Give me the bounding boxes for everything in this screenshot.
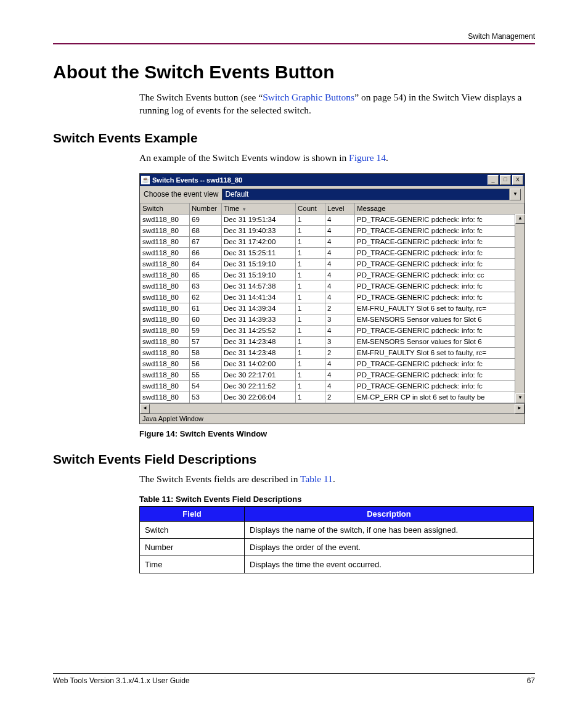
cell: 65	[190, 269, 222, 281]
cell: swd118_80	[141, 336, 190, 347]
table-row[interactable]: swd118_8063Dec 31 14:57:3814PD_TRACE-GEN…	[141, 281, 525, 292]
column-header-number[interactable]: Number	[190, 203, 222, 214]
cell: 59	[190, 325, 222, 336]
table-row[interactable]: swd118_8060Dec 31 14:39:3313EM-SENSORS S…	[141, 314, 525, 325]
column-header-time[interactable]: Time▼	[222, 203, 296, 214]
fdesc-description: Displays the name of the switch, if one …	[245, 521, 534, 538]
example-post: .	[386, 152, 388, 163]
cell: EM-SENSORS Sensor values for Slot 6	[355, 314, 525, 325]
cell: 2	[325, 303, 355, 314]
table-row[interactable]: swd118_8054Dec 30 22:11:5214PD_TRACE-GEN…	[141, 380, 525, 392]
cell: Dec 31 14:02:00	[222, 358, 296, 369]
table-row[interactable]: swd118_8061Dec 31 14:39:3412EM-FRU_FAULT…	[141, 303, 525, 314]
scroll-right-icon[interactable]: ►	[515, 404, 525, 414]
vertical-scrollbar[interactable]: ▲ ▼	[515, 214, 525, 403]
cell: 68	[190, 225, 222, 236]
cell: EM-CP_ERR CP in slot 6 set to faulty be	[355, 392, 525, 403]
horizontal-scrollbar[interactable]: ◄ ►	[140, 403, 525, 413]
cell: 1	[296, 303, 325, 314]
scroll-up-icon[interactable]: ▲	[515, 214, 525, 224]
fields-pre: The Switch Events fields are described i…	[139, 474, 300, 484]
column-header-level[interactable]: Level	[325, 203, 355, 214]
cell: 1	[296, 225, 325, 236]
page-footer: Web Tools Version 3.1.x/4.1.x User Guide…	[53, 673, 535, 685]
table-row[interactable]: swd118_8067Dec 31 17:42:0014PD_TRACE-GEN…	[141, 236, 525, 247]
cell: 53	[190, 392, 222, 403]
cell: 4	[325, 236, 355, 247]
cell: 57	[190, 336, 222, 347]
cell: 1	[296, 236, 325, 247]
cell: 4	[325, 247, 355, 258]
cell: 3	[325, 314, 355, 325]
cell: 4	[325, 258, 355, 269]
chooser-dropdown-icon[interactable]: ▼	[510, 189, 521, 200]
cell: 1	[296, 347, 325, 358]
cell: Dec 31 14:23:48	[222, 336, 296, 347]
table-row[interactable]: swd118_8053Dec 30 22:06:0412EM-CP_ERR CP…	[141, 392, 525, 403]
table-row[interactable]: swd118_8057Dec 31 14:23:4813EM-SENSORS S…	[141, 336, 525, 347]
table-row[interactable]: swd118_8069Dec 31 19:51:3414PD_TRACE-GEN…	[141, 214, 525, 225]
footer-left: Web Tools Version 3.1.x/4.1.x User Guide	[53, 676, 190, 685]
fdesc-header: Description	[245, 506, 534, 521]
minimize-button[interactable]: _	[488, 175, 499, 185]
table-row[interactable]: swd118_8059Dec 31 14:25:5214PD_TRACE-GEN…	[141, 325, 525, 336]
fdesc-row: SwitchDisplays the name of the switch, i…	[140, 521, 534, 538]
cell: 1	[296, 325, 325, 336]
cell: Dec 31 15:19:10	[222, 258, 296, 269]
cell: 55	[190, 369, 222, 380]
cell: swd118_80	[141, 380, 190, 392]
cell: swd118_80	[141, 214, 190, 225]
cell: 4	[325, 292, 355, 303]
cell: 54	[190, 380, 222, 392]
heading-example: Switch Events Example	[53, 131, 535, 146]
table-row[interactable]: swd118_8064Dec 31 15:19:1014PD_TRACE-GEN…	[141, 258, 525, 269]
cell: 4	[325, 380, 355, 392]
table-row[interactable]: swd118_8065Dec 31 15:19:1014PD_TRACE-GEN…	[141, 269, 525, 281]
cell: 67	[190, 236, 222, 247]
cell: 1	[296, 392, 325, 403]
cell: PD_TRACE-GENERIC pdcheck: info: cc	[355, 269, 525, 281]
cell: 1	[296, 214, 325, 225]
cell: 61	[190, 303, 222, 314]
cell: 1	[296, 247, 325, 258]
fdesc-row: NumberDisplays the order of the event.	[140, 538, 534, 556]
window-titlebar[interactable]: ☕ Switch Events -- swd118_80 _ □ X	[140, 174, 525, 186]
cell: Dec 30 22:11:52	[222, 380, 296, 392]
events-grid-wrap: SwitchNumberTime▼CountLevelMessage swd11…	[140, 203, 525, 403]
cell: 4	[325, 325, 355, 336]
cell: swd118_80	[141, 325, 190, 336]
table-row[interactable]: swd118_8055Dec 30 22:17:0114PD_TRACE-GEN…	[141, 369, 525, 380]
example-paragraph: An example of the Switch Events window i…	[139, 152, 529, 165]
table-row[interactable]: swd118_8062Dec 31 14:41:3414PD_TRACE-GEN…	[141, 292, 525, 303]
column-header-message[interactable]: Message	[355, 203, 525, 214]
close-button[interactable]: X	[512, 175, 523, 185]
cell: 69	[190, 214, 222, 225]
cell: Dec 31 14:57:38	[222, 281, 296, 292]
column-header-switch[interactable]: Switch	[141, 203, 190, 214]
fields-paragraph: The Switch Events fields are described i…	[139, 473, 529, 486]
cell: PD_TRACE-GENERIC pdcheck: info: fc	[355, 292, 525, 303]
link-figure-14[interactable]: Figure 14	[349, 152, 386, 163]
table-row[interactable]: swd118_8066Dec 31 15:25:1114PD_TRACE-GEN…	[141, 247, 525, 258]
link-switch-graphic-buttons[interactable]: Switch Graphic Buttons	[263, 92, 354, 102]
scroll-down-icon[interactable]: ▼	[515, 393, 525, 403]
cell: 1	[296, 380, 325, 392]
table-row[interactable]: swd118_8056Dec 31 14:02:0014PD_TRACE-GEN…	[141, 358, 525, 369]
table-row[interactable]: swd118_8068Dec 31 19:40:3314PD_TRACE-GEN…	[141, 225, 525, 236]
cell: PD_TRACE-GENERIC pdcheck: info: fc	[355, 258, 525, 269]
cell: swd118_80	[141, 314, 190, 325]
cell: Dec 31 19:51:34	[222, 214, 296, 225]
table-row[interactable]: swd118_8058Dec 31 14:23:4812EM-FRU_FAULT…	[141, 347, 525, 358]
cell: swd118_80	[141, 225, 190, 236]
cell: Dec 31 14:41:34	[222, 292, 296, 303]
scroll-left-icon[interactable]: ◄	[140, 404, 150, 414]
cell: swd118_80	[141, 347, 190, 358]
chooser-field[interactable]: Default	[222, 189, 510, 200]
maximize-button[interactable]: □	[500, 175, 511, 185]
link-table-11[interactable]: Table 11	[300, 474, 333, 484]
field-descriptions-table: FieldDescription SwitchDisplays the name…	[139, 506, 534, 573]
fdesc-field: Switch	[140, 521, 245, 538]
cell: Dec 30 22:06:04	[222, 392, 296, 403]
cell: 62	[190, 292, 222, 303]
column-header-count[interactable]: Count	[296, 203, 325, 214]
